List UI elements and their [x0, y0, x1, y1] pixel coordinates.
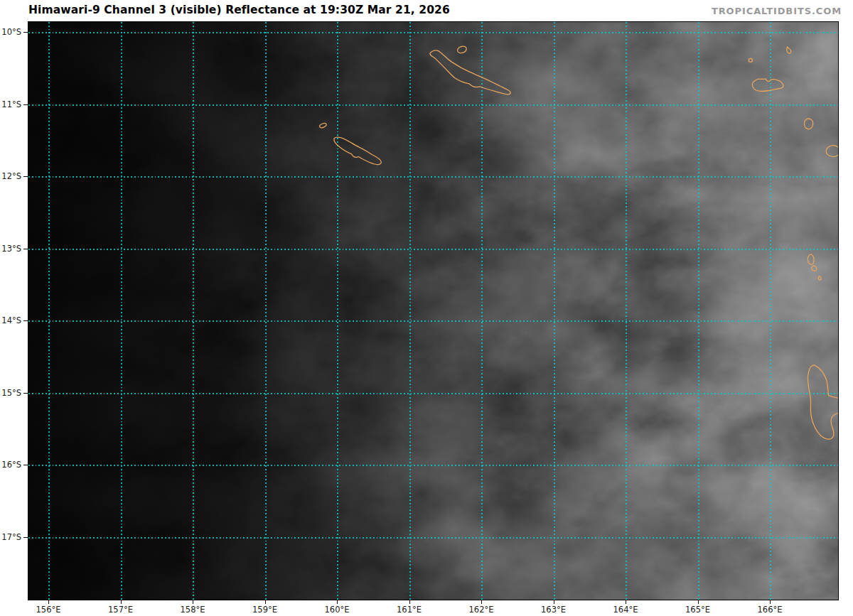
lon-tick-mark	[193, 600, 193, 604]
coastline-islet	[818, 276, 821, 280]
lon-tick-mark	[626, 600, 626, 604]
coastline-islet	[812, 266, 817, 271]
coastline-island	[430, 50, 510, 94]
lat-tick-mark	[23, 465, 28, 465]
page-title: Himawari-9 Channel 3 (visible) Reflectan…	[28, 4, 450, 16]
lon-tick-mark	[409, 600, 410, 604]
satellite-image-page: Himawari-9 Channel 3 (visible) Reflectan…	[0, 0, 853, 616]
lon-tick-mark	[698, 600, 699, 604]
lon-tick-mark	[121, 600, 122, 604]
lat-tick-mark	[23, 176, 28, 177]
lon-tick-label: 162°E	[469, 605, 494, 615]
lon-tick-label: 161°E	[397, 605, 422, 615]
lat-tick-label: 14°S	[0, 315, 21, 325]
lon-tick-label: 163°E	[541, 605, 566, 615]
lat-tick-mark	[23, 104, 28, 105]
lat-tick-label: 13°S	[0, 244, 21, 254]
lat-tick-label: 16°S	[0, 460, 21, 470]
lat-tick-mark	[23, 393, 28, 394]
coastline-islet	[319, 122, 327, 129]
coastline-island	[808, 365, 838, 439]
coastline-islet	[749, 58, 752, 62]
coastline-layer	[28, 22, 838, 600]
lon-tick-mark	[48, 600, 49, 604]
satellite-map	[28, 21, 839, 600]
lon-tick-label: 165°E	[685, 605, 710, 615]
tropicaltidbits-watermark: TROPICALTIDBITS.COM	[712, 6, 842, 16]
lon-tick-mark	[481, 600, 482, 604]
lon-tick-label: 158°E	[181, 605, 205, 615]
lat-tick-mark	[23, 320, 28, 321]
lon-tick-label: 157°E	[108, 605, 133, 615]
lat-tick-mark	[23, 249, 28, 249]
lon-tick-mark	[337, 600, 338, 604]
coastline-islet	[808, 254, 814, 265]
coastline-island	[752, 79, 783, 92]
coastline-island	[334, 137, 381, 164]
lon-tick-mark	[770, 600, 771, 604]
lat-tick-label: 11°S	[0, 99, 21, 109]
lat-tick-mark	[23, 32, 28, 33]
lon-tick-label: 164°E	[613, 605, 638, 615]
lat-tick-label: 15°S	[0, 388, 21, 398]
lat-tick-label: 10°S	[0, 27, 21, 37]
coastline-islet	[804, 119, 812, 129]
lat-tick-mark	[23, 537, 28, 538]
lon-tick-label: 166°E	[758, 605, 783, 615]
lat-tick-label: 17°S	[0, 532, 21, 542]
lon-tick-mark	[554, 600, 554, 604]
coastline-islet	[826, 146, 838, 157]
lon-tick-label: 159°E	[252, 605, 277, 615]
lon-tick-label: 160°E	[325, 605, 350, 615]
lon-tick-label: 156°E	[36, 605, 61, 615]
coastline-islet	[456, 45, 467, 55]
lon-tick-mark	[265, 600, 266, 604]
lat-tick-label: 12°S	[0, 171, 21, 181]
coastline-islet	[787, 47, 791, 53]
